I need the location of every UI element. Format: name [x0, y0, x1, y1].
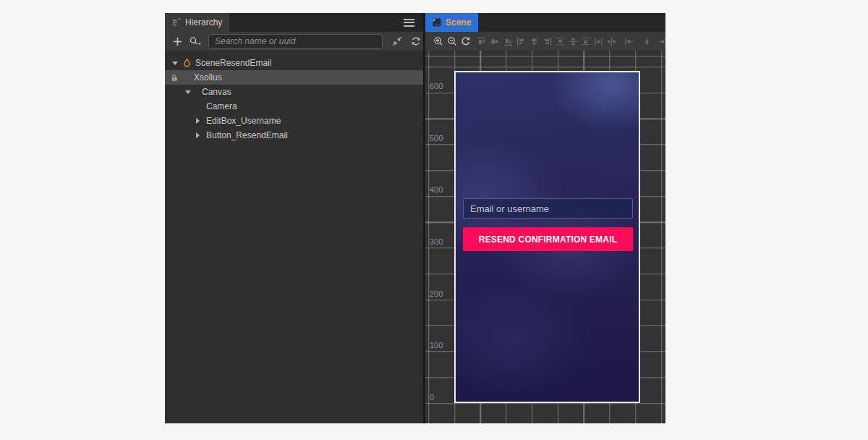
tree-row-button-resendemail[interactable]: Button_ResendEmail [165, 128, 423, 143]
align-top-icon [477, 37, 486, 46]
reset-view-icon [461, 36, 471, 46]
game-canvas[interactable]: Email or username RESEND CONFIRMATION EM… [454, 71, 640, 403]
hierarchy-toolbar [165, 32, 423, 51]
hierarchy-tree-icon [172, 18, 181, 27]
refresh-icon [411, 36, 421, 46]
tree-row-label: Canvas [202, 87, 231, 97]
collapsed-triangle-icon[interactable] [196, 132, 200, 138]
align-right-button[interactable] [540, 32, 553, 51]
expand-triangle-icon[interactable] [172, 62, 178, 65]
ruler-label-600: 600 [430, 82, 451, 91]
tree-row-xsollus[interactable]: Xsollus [165, 70, 423, 85]
plus-icon [173, 37, 182, 46]
add-node-button[interactable] [171, 37, 184, 46]
ruler-label-0: 0 [430, 393, 451, 402]
align-h-center-icon [529, 37, 539, 46]
ruler-label-500: 500 [430, 134, 451, 143]
align-bottom-button[interactable] [501, 32, 514, 51]
scene-tab-icon [433, 18, 441, 27]
search-icon [189, 36, 202, 46]
tree-row-editbox-username[interactable]: EditBox_Username [165, 114, 423, 128]
editor-window: Hierarchy [165, 13, 665, 423]
hierarchy-tree: SceneResendEmail Xsollus Canvas Camera E… [165, 51, 423, 423]
distribute-top-button[interactable] [553, 32, 566, 51]
scene-panel: Scene [425, 13, 665, 423]
distribute-v-center-button[interactable] [566, 32, 579, 51]
tree-row-label: EditBox_Username [206, 116, 281, 126]
refresh-button[interactable] [409, 36, 423, 46]
resend-email-button[interactable]: RESEND CONFIRMATION EMAIL [463, 227, 633, 251]
distribute-left-button[interactable] [592, 32, 605, 51]
align-v-center-icon [490, 37, 499, 46]
scene-flame-icon [182, 58, 192, 68]
zoom-in-button[interactable] [432, 32, 445, 51]
tree-row-label: Xsollus [194, 72, 222, 82]
ruler-label-200: 200 [430, 289, 451, 299]
ruler-label-100: 100 [430, 341, 451, 350]
zoom-in-icon [433, 36, 443, 46]
tab-scene[interactable]: Scene [425, 13, 478, 32]
zoom-out-icon [447, 36, 457, 46]
scene-viewport[interactable]: 600 500 400 300 200 100 0 Email or usern… [425, 51, 665, 423]
search-filter-button[interactable] [187, 36, 204, 46]
distribute-left-icon [594, 37, 603, 46]
expand-v-icon [642, 37, 652, 46]
scene-tabbar: Scene [425, 13, 665, 32]
search-input[interactable] [208, 34, 383, 48]
distribute-h-center-icon [607, 37, 616, 46]
ruler-label-300: 300 [430, 237, 451, 247]
hierarchy-tabbar: Hierarchy [165, 13, 423, 32]
tab-hierarchy-label: Hierarchy [185, 17, 222, 28]
resend-email-button-label: RESEND CONFIRMATION EMAIL [479, 234, 617, 245]
align-v-center-button[interactable] [488, 32, 501, 51]
hierarchy-panel-menu-button[interactable] [404, 13, 414, 32]
distribute-v-center-icon [569, 37, 578, 46]
hamburger-icon [404, 19, 414, 27]
expand-triangle-icon[interactable] [185, 90, 191, 94]
tree-row-scene[interactable]: SceneResendEmail [165, 56, 423, 70]
collapse-arrows-icon [392, 36, 402, 46]
tree-row-camera[interactable]: Camera [165, 99, 423, 114]
tree-row-canvas[interactable]: Canvas [165, 85, 423, 99]
collapsed-triangle-icon[interactable] [196, 118, 200, 124]
distribute-h-center-button[interactable] [605, 32, 618, 51]
ruler-label-400: 400 [430, 185, 451, 195]
hierarchy-panel: Hierarchy [165, 13, 423, 423]
align-top-button[interactable] [475, 32, 488, 51]
collapse-all-button[interactable] [390, 36, 404, 46]
tab-hierarchy[interactable]: Hierarchy [165, 13, 229, 32]
expand-h-icon [624, 37, 634, 46]
align-right-icon [542, 37, 552, 46]
distribute-bottom-icon [581, 37, 590, 46]
editbox-placeholder: Email or username [470, 203, 549, 214]
align-left-button[interactable] [514, 32, 527, 51]
reset-view-button[interactable] [459, 32, 472, 51]
distribute-bottom-button[interactable] [579, 32, 592, 51]
align-left-icon [516, 37, 526, 46]
lock-icon [169, 72, 179, 82]
tree-row-label: Button_ResendEmail [206, 130, 288, 140]
expand-v-button[interactable] [640, 32, 653, 51]
distribute-right-icon [658, 37, 666, 46]
tree-row-label: SceneResendEmail [195, 58, 271, 68]
editbox-username[interactable]: Email or username [463, 198, 633, 219]
zoom-out-button[interactable] [446, 32, 459, 51]
align-bottom-icon [503, 37, 513, 46]
distribute-right-button[interactable] [655, 32, 665, 51]
align-h-center-button[interactable] [527, 32, 540, 51]
scene-toolbar [425, 32, 665, 51]
distribute-top-icon [556, 37, 565, 46]
expand-h-button[interactable] [622, 32, 635, 51]
tree-row-label: Camera [206, 101, 237, 111]
tab-scene-label: Scene [446, 17, 471, 28]
